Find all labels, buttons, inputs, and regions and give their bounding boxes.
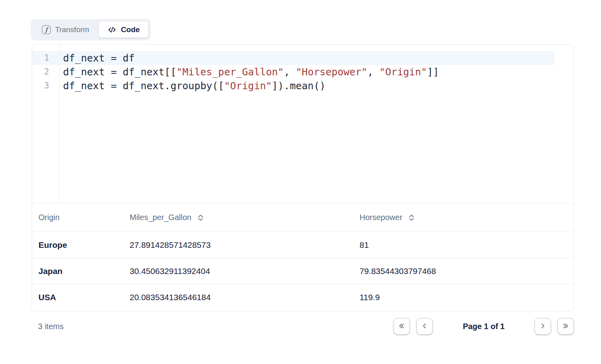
- previous-page-button[interactable]: [416, 318, 433, 335]
- tab-transform[interactable]: ƒ Transform: [33, 21, 98, 38]
- code-text: df_next = df: [59, 51, 135, 65]
- line-number: 2: [32, 65, 59, 79]
- cell-horsepower: 79.83544303797468: [360, 266, 574, 276]
- page-indicator: Page 1 of 1: [463, 322, 505, 331]
- tab-transform-label: Transform: [55, 25, 89, 34]
- sort-icon[interactable]: [408, 214, 415, 221]
- code-line-1[interactable]: 1 df_next = df: [32, 51, 554, 65]
- chevron-left-icon: [421, 322, 429, 331]
- code-line-2[interactable]: 2 df_next = df_next[["Miles_per_Gallon",…: [32, 65, 574, 79]
- cell-horsepower: 81: [360, 240, 574, 250]
- double-chevron-right-icon: [562, 322, 570, 331]
- table-row[interactable]: Europe 27.891428571428573 81: [32, 232, 574, 258]
- view-switcher: ƒ Transform Code: [31, 19, 151, 40]
- table-footer: 3 items Page 1 of 1: [32, 318, 574, 335]
- code-line-3[interactable]: 3 df_next = df_next.groupby(["Origin"]).…: [32, 79, 574, 93]
- line-number: 1: [32, 51, 59, 65]
- code-panel: 1 df_next = df 2 df_next = df_next[["Mil…: [32, 44, 574, 311]
- tab-code-label: Code: [121, 25, 140, 34]
- code-text: df_next = df_next.groupby(["Origin"]).me…: [59, 79, 325, 93]
- cell-origin: Europe: [32, 240, 130, 250]
- tab-code[interactable]: Code: [99, 21, 149, 38]
- cell-origin: Japan: [32, 266, 130, 276]
- code-editor[interactable]: 1 df_next = df 2 df_next = df_next[["Mil…: [32, 45, 574, 203]
- items-count: 3 items: [32, 322, 63, 331]
- line-number: 3: [32, 79, 59, 93]
- cell-horsepower: 119.9: [360, 293, 574, 302]
- code-text: df_next = df_next[["Miles_per_Gallon", "…: [59, 65, 439, 79]
- cell-origin: USA: [32, 293, 130, 302]
- table-row[interactable]: Japan 30.450632911392404 79.835443037974…: [32, 258, 574, 284]
- chevron-right-icon: [539, 322, 547, 331]
- first-page-button[interactable]: [393, 318, 410, 335]
- code-icon: [107, 25, 117, 34]
- table-header-row: Origin Miles_per_Gallon Horsepower: [32, 203, 574, 232]
- column-header-horsepower: Horsepower: [360, 213, 574, 222]
- cell-miles-per-gallon: 27.891428571428573: [130, 240, 360, 250]
- double-chevron-left-icon: [398, 322, 406, 331]
- cell-miles-per-gallon: 30.450632911392404: [130, 266, 360, 276]
- column-header-origin: Origin: [32, 213, 130, 222]
- last-page-button[interactable]: [557, 318, 574, 335]
- function-icon: ƒ: [42, 25, 51, 34]
- sort-icon[interactable]: [197, 214, 204, 221]
- pagination: Page 1 of 1: [393, 318, 574, 335]
- table-row[interactable]: USA 20.083534136546184 119.9: [32, 284, 574, 310]
- cell-miles-per-gallon: 20.083534136546184: [130, 293, 360, 302]
- column-header-miles-per-gallon: Miles_per_Gallon: [130, 213, 360, 222]
- next-page-button[interactable]: [534, 318, 551, 335]
